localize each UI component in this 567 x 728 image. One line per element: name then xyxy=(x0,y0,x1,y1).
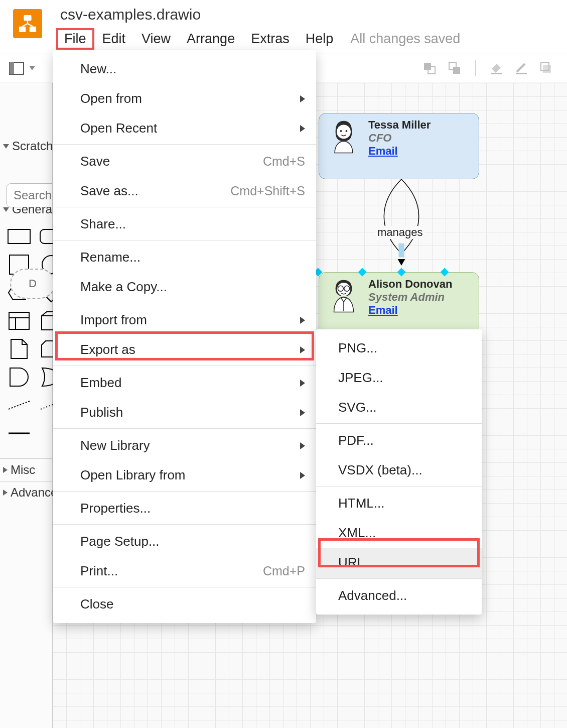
file-menu-dropdown: New... Open from Open Recent SaveCmd+S S… xyxy=(53,50,316,623)
menubar: File Edit View Arrange Extras Help All c… xyxy=(56,28,460,50)
edge-label: manages xyxy=(375,226,425,239)
line-color-icon[interactable] xyxy=(514,61,529,76)
menu-file[interactable]: File xyxy=(56,28,94,50)
menu-open-from[interactable]: Open from xyxy=(53,84,316,113)
export-advanced[interactable]: Advanced... xyxy=(316,581,482,611)
submenu-arrow-icon xyxy=(300,317,305,324)
drawio-logo-icon xyxy=(18,14,37,33)
export-pdf[interactable]: PDF... xyxy=(316,426,482,455)
svg-line-20 xyxy=(9,401,30,409)
svg-rect-1 xyxy=(19,27,26,32)
toolbar-right-group xyxy=(422,60,554,76)
svg-rect-0 xyxy=(24,15,31,21)
export-svg[interactable]: SVG... xyxy=(316,393,482,424)
node1-email-link[interactable]: Email xyxy=(368,145,398,157)
menu-open-library[interactable]: Open Library from xyxy=(53,460,316,492)
shapes-sidebar: Scratchpad D General Misc Advanced xyxy=(0,83,53,728)
search-input[interactable] xyxy=(6,183,52,207)
shortcut-label: Cmd+S xyxy=(263,154,305,169)
submenu-arrow-icon xyxy=(300,442,305,449)
misc-section[interactable]: Misc xyxy=(0,459,52,481)
node1-role: CFO xyxy=(368,132,431,145)
title-bar: csv-examples.drawio File Edit View Arran… xyxy=(0,0,567,54)
export-jpeg[interactable]: JPEG... xyxy=(316,363,482,393)
scratchpad-drop-area[interactable]: D xyxy=(10,269,55,299)
shape-table[interactable] xyxy=(7,311,31,331)
menu-help[interactable]: Help xyxy=(298,28,342,50)
node2-name: Alison Donovan xyxy=(368,278,452,291)
avatar-female-icon xyxy=(326,118,361,154)
svg-rect-17 xyxy=(9,312,29,329)
export-png[interactable]: PNG... xyxy=(316,333,482,363)
menu-new-library[interactable]: New Library xyxy=(53,431,316,460)
export-url[interactable]: URL... xyxy=(316,548,482,579)
shape-line[interactable] xyxy=(7,423,31,443)
shadow-icon[interactable] xyxy=(539,61,554,76)
export-html[interactable]: HTML... xyxy=(316,489,482,518)
menu-save-as[interactable]: Save as...Cmd+Shift+S xyxy=(53,176,316,207)
sidebar-toggle-icon[interactable] xyxy=(9,61,24,76)
menu-open-recent[interactable]: Open Recent xyxy=(53,113,316,145)
shortcut-label: Cmd+Shift+S xyxy=(230,184,305,198)
node1-name: Tessa Miller xyxy=(368,118,431,132)
menu-arrange[interactable]: Arrange xyxy=(179,28,243,50)
svg-point-24 xyxy=(340,130,342,132)
chevron-down-icon[interactable] xyxy=(29,66,35,70)
submenu-arrow-icon xyxy=(300,346,305,353)
shape-note[interactable] xyxy=(7,339,31,359)
svg-rect-8 xyxy=(453,67,460,74)
shape-rect[interactable] xyxy=(7,226,31,247)
svg-rect-10 xyxy=(516,73,527,74)
shortcut-label: Cmd+P xyxy=(263,564,305,578)
menu-print[interactable]: Print...Cmd+P xyxy=(53,556,316,587)
menu-export-as[interactable]: Export as xyxy=(53,335,316,366)
submenu-arrow-icon xyxy=(300,409,305,416)
save-status: All changes saved xyxy=(350,28,460,50)
menu-publish[interactable]: Publish xyxy=(53,398,316,429)
toolbar-separator xyxy=(475,60,476,76)
menu-share[interactable]: Share... xyxy=(53,209,316,240)
menu-view[interactable]: View xyxy=(133,28,179,50)
svg-rect-13 xyxy=(8,229,30,244)
menu-save[interactable]: SaveCmd+S xyxy=(53,147,316,176)
menu-embed[interactable]: Embed xyxy=(53,368,316,398)
app-logo xyxy=(13,9,42,38)
diagram-node-2[interactable]: Alison Donovan System Admin Email xyxy=(319,272,479,336)
svg-rect-2 xyxy=(30,27,36,32)
menu-properties[interactable]: Properties... xyxy=(53,494,316,525)
misc-label: Misc xyxy=(11,463,35,477)
submenu-arrow-icon xyxy=(300,125,305,132)
node2-role: System Admin xyxy=(368,291,452,304)
svg-rect-11 xyxy=(543,65,551,73)
menu-close[interactable]: Close xyxy=(53,589,316,619)
submenu-arrow-icon xyxy=(300,472,305,479)
menu-edit[interactable]: Edit xyxy=(94,28,134,50)
svg-rect-4 xyxy=(10,62,14,74)
menu-new[interactable]: New... xyxy=(53,54,316,84)
menu-page-setup[interactable]: Page Setup... xyxy=(53,527,316,556)
shape-and[interactable] xyxy=(7,367,31,387)
export-xml[interactable]: XML... xyxy=(316,518,482,548)
to-front-icon[interactable] xyxy=(447,61,462,76)
node2-email-link[interactable]: Email xyxy=(368,304,398,316)
menu-import-from[interactable]: Import from xyxy=(53,305,316,335)
svg-point-23 xyxy=(337,125,351,139)
menu-rename[interactable]: Rename... xyxy=(53,242,316,272)
scratchpad-section[interactable]: Scratchpad xyxy=(0,135,52,157)
advanced-section[interactable]: Advanced xyxy=(0,481,52,504)
to-back-icon[interactable] xyxy=(422,61,437,76)
shape-line-dashed[interactable] xyxy=(7,395,31,415)
menu-extras[interactable]: Extras xyxy=(243,28,298,50)
diagram-node-1[interactable]: Tessa Miller CFO Email xyxy=(319,113,479,179)
export-vsdx[interactable]: VSDX (beta)... xyxy=(316,455,482,487)
fill-color-icon[interactable] xyxy=(489,61,504,76)
menu-make-copy[interactable]: Make a Copy... xyxy=(53,272,316,303)
svg-point-25 xyxy=(346,130,348,132)
svg-rect-9 xyxy=(491,73,502,74)
export-submenu: PNG... JPEG... SVG... PDF... VSDX (beta)… xyxy=(316,329,482,615)
document-title[interactable]: csv-examples.drawio xyxy=(56,4,460,28)
avatar-male-glasses-icon xyxy=(326,278,361,313)
submenu-arrow-icon xyxy=(300,95,305,102)
submenu-arrow-icon xyxy=(300,380,305,387)
shape-palette xyxy=(0,220,52,453)
